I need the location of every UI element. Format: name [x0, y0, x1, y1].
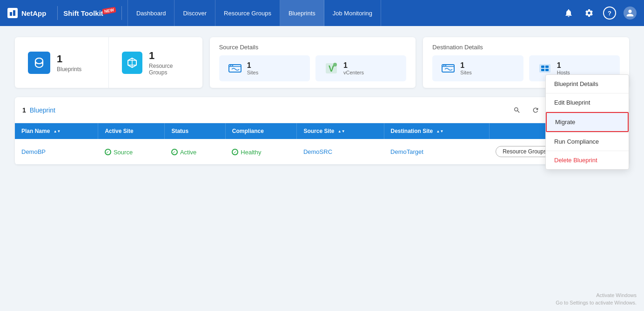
dest-hosts-text: 1 Hosts [557, 61, 570, 75]
dropdown-delete-blueprint[interactable]: Delete Blueprint [546, 151, 629, 169]
table-header-bar: 1 Blueprint Create New Blueprint [15, 97, 629, 123]
cell-active-site: Source [98, 139, 165, 165]
dest-sites-icon [441, 61, 456, 76]
new-badge: NEW [102, 7, 116, 15]
source-sites-label: Sites [247, 70, 258, 75]
compliance-badge: Healthy [232, 149, 261, 156]
blueprints-table-section: 1 Blueprint Create New Blueprint Plan Na… [15, 97, 629, 165]
source-sites-num: 1 [247, 61, 258, 70]
cell-source-site: DemoSRC [297, 139, 384, 165]
brand: NetApp [7, 8, 46, 18]
blueprints-table: Plan Name ▲▼ Active Site Status Complian… [15, 123, 629, 165]
gear-icon[interactable] [583, 7, 596, 20]
svg-rect-17 [541, 66, 544, 68]
dropdown-run-compliance[interactable]: Run Compliance [546, 132, 629, 151]
source-vcenters-label: vCenters [343, 70, 364, 75]
svg-rect-0 [10, 12, 12, 16]
svg-rect-19 [541, 69, 544, 71]
resource-groups-num: 1 [149, 50, 189, 62]
dropdown-edit-blueprint[interactable]: Edit Blueprint [546, 93, 629, 112]
navbar: NetApp Shift Toolkit NEW Dashboard Disco… [0, 0, 644, 26]
cell-destination-site: DemoTarget [384, 139, 489, 165]
dest-sites-label: Sites [460, 70, 471, 75]
sort-source-site[interactable]: ▲▼ [338, 130, 345, 133]
compliance-dot [232, 149, 238, 155]
main-content: 1 Blueprints 1 Resource Groups [0, 26, 644, 176]
svg-point-12 [333, 63, 337, 66]
svg-point-8 [230, 65, 231, 66]
source-vcenters-icon: V [324, 61, 339, 76]
source-sites-text: 1 Sites [247, 61, 258, 75]
cell-plan-name: DemoBP [15, 139, 98, 165]
blueprints-icon [28, 52, 50, 74]
help-icon[interactable]: ? [603, 7, 616, 20]
product-name: Shift Toolkit [63, 9, 103, 17]
source-sites-icon [228, 61, 242, 76]
netapp-label: NetApp [21, 9, 46, 17]
svg-rect-20 [545, 69, 549, 71]
windows-watermark: Activate Windows Go to Settings to activ… [556, 292, 637, 306]
svg-point-15 [445, 65, 446, 66]
svg-point-9 [232, 65, 233, 66]
user-avatar[interactable] [624, 7, 637, 20]
blueprint-count-label: Blueprint [30, 106, 55, 114]
watermark-line2: Go to Settings to activate Windows. [556, 299, 637, 306]
source-site-link[interactable]: DemoSRC [303, 148, 332, 155]
svg-rect-1 [13, 10, 15, 16]
col-status: Status [165, 123, 225, 139]
refresh-button[interactable] [529, 103, 543, 117]
resource-groups-count: 1 Resource Groups [108, 37, 202, 88]
svg-point-6 [35, 58, 43, 64]
cell-status: Active [165, 139, 225, 165]
dropdown-migrate[interactable]: Migrate [546, 112, 629, 132]
resource-groups-button[interactable]: Resource Groups [496, 146, 553, 157]
nav-job-monitoring[interactable]: Job Monitoring [324, 0, 381, 26]
status-dot [171, 149, 178, 155]
bell-icon[interactable] [562, 7, 575, 20]
blueprints-label: Blueprints [57, 66, 81, 73]
nav-divider-2 [121, 6, 122, 20]
table-row: DemoBP Source Active [15, 139, 629, 165]
nav-divider-1 [57, 6, 58, 20]
sort-plan-name[interactable]: ▲▼ [54, 130, 61, 133]
dest-hosts-num: 1 [557, 61, 570, 70]
svg-point-14 [443, 65, 444, 66]
source-vcenters-item: V 1 vCenters [315, 55, 406, 81]
nav-blueprints[interactable]: Blueprints [280, 0, 324, 26]
nav-resource-groups[interactable]: Resource Groups [215, 0, 280, 26]
blueprints-count: 1 Blueprints [15, 37, 108, 88]
table-header-row: Plan Name ▲▼ Active Site Status Complian… [15, 123, 629, 139]
svg-rect-16 [539, 64, 550, 73]
blueprint-count-num: 1 [22, 106, 26, 114]
source-details-items: 1 Sites V 1 vCenters [219, 55, 407, 81]
col-source-site: Source Site ▲▼ [297, 123, 384, 139]
dest-sites-text: 1 Sites [460, 61, 471, 75]
svg-rect-18 [545, 66, 549, 68]
sort-destination-site[interactable]: ▲▼ [436, 130, 444, 133]
stats-row: 1 Blueprints 1 Resource Groups [15, 37, 629, 88]
col-active-site: Active Site [98, 123, 165, 139]
col-plan-name: Plan Name ▲▼ [15, 123, 98, 139]
blueprint-count: 1 Blueprint [22, 106, 55, 114]
netapp-logo-icon [7, 8, 18, 18]
dest-hosts-icon [537, 61, 552, 76]
blueprints-info: 1 Blueprints [57, 53, 81, 73]
context-dropdown-menu: Blueprint Details Edit Blueprint Migrate… [545, 74, 629, 170]
source-details-title: Source Details [219, 44, 407, 51]
dropdown-blueprint-details[interactable]: Blueprint Details [546, 75, 629, 93]
col-compliance: Compliance [225, 123, 297, 139]
dest-sites-num: 1 [460, 61, 471, 70]
active-site-badge: Source [105, 149, 133, 156]
nav-dashboard[interactable]: Dashboard [127, 0, 175, 26]
dest-sites-item: 1 Sites [432, 55, 523, 81]
nav-discover[interactable]: Discover [174, 0, 215, 26]
destination-site-link[interactable]: DemoTarget [390, 148, 423, 155]
destination-details-title: Destination Details [432, 44, 620, 51]
blueprints-num: 1 [57, 53, 81, 65]
cell-compliance: Healthy [225, 139, 297, 165]
plan-name-link[interactable]: DemoBP [21, 148, 46, 155]
resource-groups-info: 1 Resource Groups [149, 50, 189, 76]
search-button[interactable] [510, 103, 524, 117]
svg-text:V: V [329, 64, 334, 73]
active-site-text: Source [114, 149, 133, 156]
